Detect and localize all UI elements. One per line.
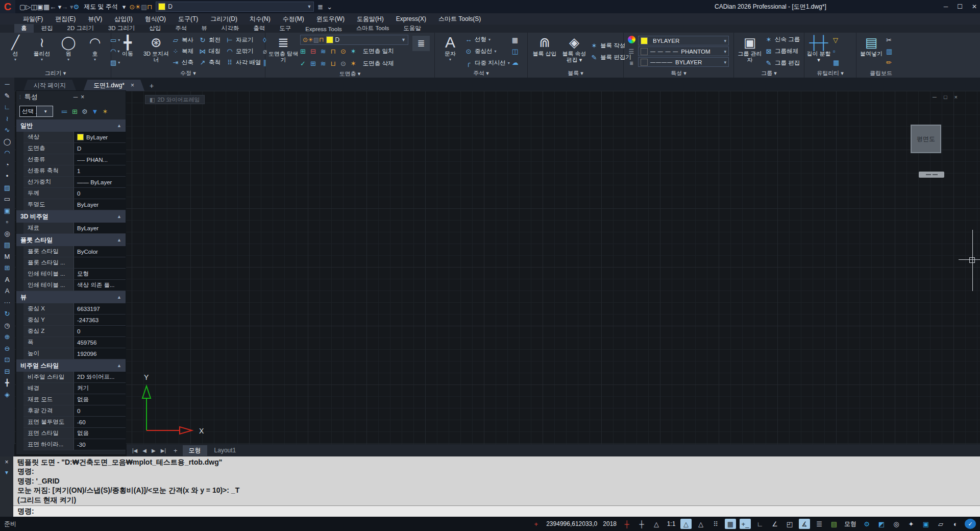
block-big-button[interactable]: ⋒ 블록 삽입 [530,34,559,69]
snap-mode-icon[interactable]: ⠿ [710,519,721,529]
layout-nav-icon[interactable]: ◀ [140,448,149,453]
property-value[interactable]: -30 [74,439,126,450]
property-value[interactable]: 2D 와이어프... [74,372,126,382]
left-toolbar-icon[interactable]: ∿ [5,126,10,135]
tab-drawing1[interactable]: 도면1.dwg* × [83,80,144,91]
layer-bulb-icon[interactable]: ⊙ [303,36,308,43]
annotation-button[interactable]: ╭다중 지시선▾ [464,59,510,67]
crosshair-icon[interactable]: ┼ [636,519,647,529]
layer-on-icon[interactable]: ⊙ [129,3,135,11]
layer-tool-icon[interactable]: ✶ [351,60,356,67]
left-toolbar-icon[interactable]: ↻ [5,309,10,319]
menu-item[interactable]: 파일(F) [17,14,48,25]
draw-tool-button[interactable]: ≀ 폴리선 ▾ [29,34,55,69]
ribbon-tab[interactable]: 출력 [247,24,272,33]
save-as-icon[interactable]: ▣ [37,3,43,11]
chevron-down-icon[interactable]: ▾ [724,38,726,43]
layer-tool-icon[interactable]: ⊞ [310,60,316,67]
tab-layout1[interactable]: Layout1 [208,446,242,455]
modify-tool-button[interactable]: ⊛ 3D 포지셔너 [142,34,170,69]
ribbon-tab[interactable]: 삽입 [142,24,167,33]
ribbon-tab[interactable]: 스마트 Tools [350,24,396,33]
property-value[interactable]: -247363 [74,315,126,325]
match-properties-icon[interactable]: ✏ [886,59,892,66]
modify-small-button[interactable]: ↻회전 [199,35,220,46]
save-icon[interactable]: ◫ [31,3,37,11]
panel-settings-icon[interactable]: ⚙ [82,108,88,115]
modify-small-button[interactable]: ⇥신축 [172,57,193,68]
auto-annotate-icon[interactable]: △ [695,519,706,529]
group-label-draw[interactable]: 그리기 ▾ [0,69,111,78]
panel-minimize-button[interactable]: ─ [74,93,78,101]
left-toolbar-icon[interactable]: ◈ [5,390,10,399]
print-icon[interactable]: ▦ [43,3,50,11]
layer-lock-icon[interactable]: ⊓ [319,36,324,43]
layer-tool-icon[interactable]: ⊔ [331,60,336,67]
ribbon-tab[interactable]: 도구 [273,24,298,33]
property-value[interactable]: ByColor [74,246,126,257]
property-value[interactable]: 1 [74,165,126,176]
doc-restore-button[interactable]: □ [944,94,947,100]
property-value[interactable]: 6633197 [74,303,126,314]
panel-grip[interactable]: ⁞ [19,94,21,100]
chevron-down-icon[interactable]: ▾ [449,57,451,62]
layer-tool-icon[interactable]: ≋ [321,47,326,55]
open-file-icon[interactable]: ▷ [26,3,31,11]
chevron-down-icon[interactable]: ▾ [41,57,43,62]
new-file-icon[interactable]: ▢ [19,3,26,11]
grid-display-icon[interactable]: ▦ [725,519,736,529]
block-big-button[interactable]: ◈ 블록 속성 편집 ▾ [559,34,589,69]
menu-item[interactable]: 도움말(H) [351,14,389,25]
property-value[interactable] [74,257,126,268]
clean-screen-icon[interactable]: ▣ [920,519,932,529]
collapse-arrow-icon[interactable]: ▲ [117,295,121,300]
menu-item[interactable]: 수정(M) [277,14,310,25]
section-header-plot-style[interactable]: 플롯 스타일▲ [16,234,126,246]
cut-icon[interactable]: ✂ [886,36,892,44]
text-button[interactable]: A 문자 ▾ [437,34,463,69]
layer-tool-icon[interactable]: ≋ [321,60,326,67]
layer-tool-icon[interactable]: ⊞ [300,47,306,55]
selection-dropdown[interactable]: 선택 요.. ▼ [19,106,53,117]
paste-block-icon[interactable]: ▤ [828,519,840,529]
menu-item[interactable]: 삽입(I) [109,14,138,25]
layer-xref-icon[interactable]: ▨ [141,3,147,11]
layer-freeze-icon[interactable]: ☀ [308,36,313,43]
collapse-arrow-icon[interactable]: ▲ [117,123,121,128]
polar-tracking-icon[interactable]: ∠ [769,519,780,529]
paste-button[interactable]: ▤ 붙여넣기 [859,34,884,69]
left-toolbar-icon[interactable]: A [5,286,10,296]
chevron-down-icon[interactable]: ▾ [495,49,497,54]
new-tab-button[interactable]: + [150,82,154,91]
layout-nav-icon[interactable]: ▶ [149,448,158,453]
property-value[interactable]: 모형 [74,269,126,279]
chevron-down-icon[interactable]: ▼ [36,106,53,116]
ribbon-tab[interactable]: 뷰 [194,24,214,33]
left-toolbar-icon[interactable]: ▭ [4,195,10,204]
color-wheel-icon[interactable] [628,36,635,43]
left-toolbar-icon[interactable]: ⊡ [5,355,10,365]
menu-item[interactable]: 스마트 Tools(S) [433,14,486,25]
group-label-properties[interactable]: 특성 ▾ [624,69,733,78]
modify-tool-button[interactable]: ╋ 이동 [113,34,142,69]
lineweight-icon[interactable]: ☰ [814,519,825,529]
property-value[interactable]: 459756 [74,337,126,348]
property-value[interactable]: D [74,143,126,154]
group-small-button[interactable]: ✶신속 그룹 [765,36,800,43]
modify-small-button[interactable]: ⠿사각 배열 [226,57,261,68]
menu-item[interactable]: 그리기(D) [205,14,243,25]
section-header-general[interactable]: 일반▲ [16,119,126,132]
section-header-3d-visual[interactable]: 3D 비주얼▲ [16,210,126,223]
chevron-down-icon[interactable]: ▾ [724,49,726,54]
isolate-objects-icon[interactable]: ◐ [950,519,961,529]
maximize-button[interactable]: ☐ [957,3,963,10]
coordinates-display[interactable]: 2394996,612033,0 [545,519,598,529]
chevron-down-icon[interactable]: ▾ [14,57,16,62]
menu-item[interactable]: 편집(E) [50,14,81,25]
menu-item[interactable]: 치수(N) [244,14,276,25]
left-toolbar-icon[interactable]: A [5,275,10,284]
layers-stack-icon[interactable]: ≣ [317,3,323,11]
modify-small-button[interactable]: ⁘복제 [172,46,193,57]
collapse-arrow-icon[interactable]: ▲ [117,214,121,219]
property-value[interactable]: -60 [74,417,126,427]
